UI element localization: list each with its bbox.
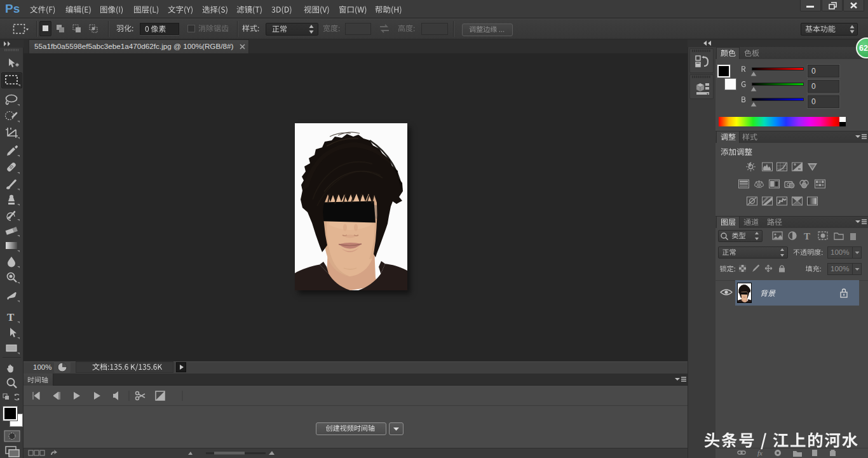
svg-text:T: T — [7, 311, 15, 323]
svg-text:T: T — [804, 231, 810, 241]
